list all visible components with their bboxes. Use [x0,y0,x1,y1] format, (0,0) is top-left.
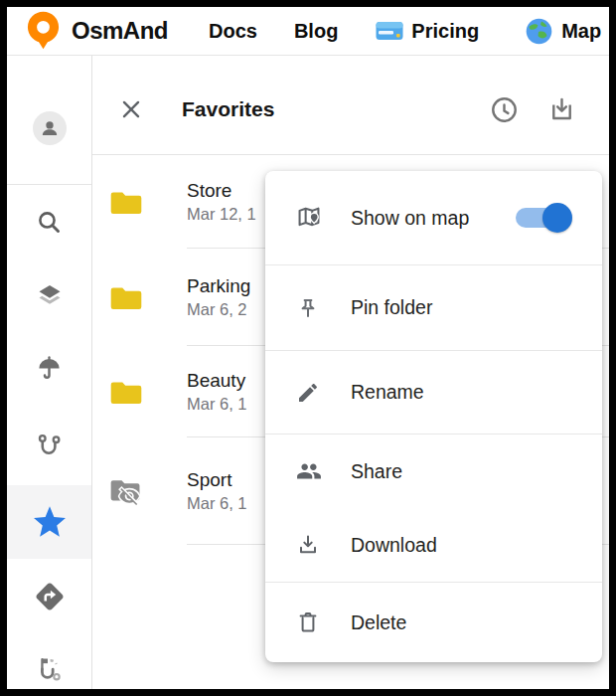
menu-item-label: Share [351,460,402,483]
nav-link-docs[interactable]: Docs [209,20,257,43]
nav-link-pricing[interactable]: Pricing [411,20,479,43]
osmand-logo-icon[interactable] [27,11,60,51]
menu-item-pin-folder[interactable]: Pin folder [265,265,602,350]
umbrella-icon [36,355,63,382]
pencil-icon [296,381,322,405]
account-avatar-icon [33,111,67,145]
close-icon[interactable] [118,96,144,122]
hidden-folder-icon [110,476,142,506]
nav-link-blog[interactable]: Blog [294,20,338,43]
search-icon [36,209,63,236]
menu-item-share[interactable]: Share [265,435,602,508]
sidebar-item-account[interactable] [7,100,91,156]
folder-date: Mar 6, 1 [187,393,247,416]
menu-item-label: Pin folder [351,296,432,319]
sidebar-item-search[interactable] [7,194,91,250]
folder-name: Beauty [187,368,247,393]
star-icon [31,504,69,540]
menu-item-delete[interactable]: Delete [265,583,602,662]
folder-icon [110,284,142,311]
top-navigation-bar: OsmAnd Docs Blog Pricing Map [7,7,609,56]
left-sidebar [7,56,92,689]
sidebar-item-plan-route[interactable] [7,641,91,689]
directions-icon [33,580,67,613]
plan-route-icon [36,655,64,683]
panel-title: Favorites [182,97,274,121]
sidebar-item-map-layers[interactable] [7,268,91,324]
push-pin-icon [296,296,322,320]
folder-name: Parking [187,273,250,298]
nav-link-map[interactable]: Map [561,20,601,43]
sidebar-item-weather[interactable] [7,340,91,396]
globe-icon [526,18,552,45]
show-on-map-toggle[interactable] [516,208,569,228]
folder-context-menu: Show on map Pin folder [265,171,602,662]
download-icon [296,533,322,557]
folder-date: Mar 12, 1 [187,203,256,226]
toggle-knob [542,203,572,233]
track-route-icon [36,432,64,459]
menu-item-label: Download [351,534,437,557]
menu-item-label: Delete [351,611,406,634]
menu-item-label: Show on map [351,207,469,230]
layers-icon [36,282,64,310]
folder-name: Store [187,178,256,203]
sidebar-item-tracks[interactable] [7,418,91,473]
folder-icon [110,379,142,406]
import-download-icon[interactable] [547,95,576,124]
panel-header: Favorites [92,56,609,155]
recent-clock-icon[interactable] [490,95,519,124]
app-window: OsmAnd Docs Blog Pricing Map [7,7,609,689]
trash-icon [296,610,322,634]
folder-icon [110,189,142,216]
sidebar-item-favorites[interactable] [7,494,91,550]
menu-item-rename[interactable]: Rename [265,351,602,434]
menu-item-show-on-map[interactable]: Show on map [265,171,602,264]
favorites-panel: Favorites [92,56,609,689]
sidebar-divider [7,184,91,185]
map-with-pin-icon [296,205,322,231]
folder-name: Sport [187,467,247,492]
sidebar-item-navigation[interactable] [7,569,91,624]
menu-item-label: Rename [351,381,424,404]
people-icon [296,458,322,484]
credit-card-icon [376,21,403,41]
menu-item-download[interactable]: Download [265,508,602,582]
folder-date: Mar 6, 1 [187,492,247,515]
folder-date: Mar 6, 2 [187,298,250,321]
brand-title[interactable]: OsmAnd [72,17,168,45]
